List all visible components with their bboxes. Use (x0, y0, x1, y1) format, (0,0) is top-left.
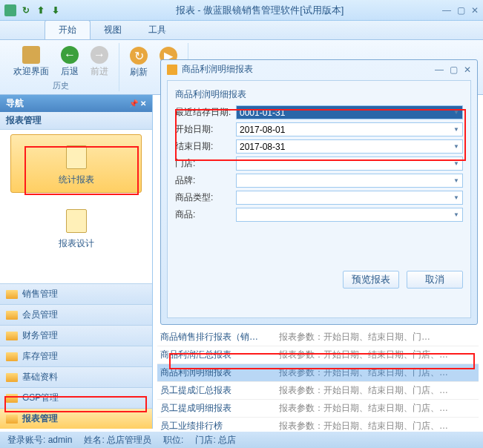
nav-folder-finance[interactable]: 财务管理 (0, 325, 152, 346)
folder-icon (6, 373, 18, 382)
maximize-button[interactable]: ▢ (457, 5, 465, 16)
minimize-button[interactable]: — (442, 5, 451, 16)
store-field[interactable]: ▼ (236, 157, 463, 171)
chevron-down-icon: ▼ (453, 177, 459, 184)
nav-folder-stock[interactable]: 库存管理 (0, 346, 152, 366)
tab-tools[interactable]: 工具 (135, 21, 180, 39)
dialog-title: 商品利润明细报表 (182, 63, 435, 76)
tab-view[interactable]: 视图 (91, 21, 135, 39)
folder-icon (6, 394, 18, 403)
nav-folder-sales[interactable]: 销售管理 (0, 283, 152, 304)
report-row[interactable]: 商品利润汇总报表报表参数：开始日期、结束日期、门店、… (157, 346, 479, 364)
dialog-product-profit-detail: 商品利润明细报表 — ▢ ✕ 商品利润明细报表 最近结存日期:0001-01-3… (160, 59, 478, 325)
nav-card-stat-report[interactable]: 统计报表 (10, 134, 142, 193)
folder-icon (6, 290, 18, 299)
home-icon (22, 46, 40, 64)
report-row[interactable]: 商品销售排行报表（销…报表参数：开始日期、结束日期、门… (157, 329, 479, 346)
folder-icon (6, 332, 18, 340)
pin-icon[interactable]: 📌 (129, 99, 138, 108)
folder-icon (6, 311, 18, 320)
end-date-field[interactable]: 2017-08-31▼ (236, 139, 463, 154)
nav-section: 报表管理 (0, 112, 152, 130)
app-icon (4, 4, 16, 16)
nav-folder-gsp[interactable]: GSP管理 (0, 387, 152, 408)
chevron-down-icon: ▼ (453, 160, 459, 167)
back-icon: ← (61, 46, 79, 64)
product-field[interactable]: ▼ (236, 208, 463, 222)
preview-button[interactable]: 预览报表 (343, 271, 399, 289)
ribbon-group-history: 历史 (53, 80, 69, 91)
qat-up-icon[interactable]: ⬆ (34, 4, 47, 17)
qat-refresh-icon[interactable]: ↻ (19, 4, 33, 17)
start-date-field[interactable]: 2017-08-01▼ (236, 122, 463, 136)
chevron-down-icon: ▼ (453, 143, 459, 150)
back-button[interactable]: ←后退 (55, 43, 85, 80)
forward-button: →前进 (85, 43, 114, 80)
nav-header: 导航 📌 ✕ (0, 95, 152, 112)
report-row[interactable]: 员工提成明细报表报表参数：开始日期、结束日期、门店、… (157, 400, 479, 418)
dialog-maximize-button[interactable]: ▢ (450, 65, 458, 75)
qat-down-icon[interactable]: ⬇ (49, 4, 62, 17)
report-row[interactable]: 商品利润明细报表报表参数：开始日期、结束日期、门店、… (157, 364, 479, 382)
report-icon (66, 145, 87, 169)
close-button[interactable]: ✕ (471, 5, 479, 16)
brand-field[interactable]: ▼ (236, 174, 463, 188)
forward-icon: → (91, 46, 108, 64)
category-field[interactable]: ▼ (236, 191, 463, 205)
window-title: 报表 - 傲蓝眼镜销售管理软件[试用版本] (77, 4, 442, 17)
tab-start[interactable]: 开始 (45, 20, 91, 39)
dialog-minimize-button[interactable]: — (435, 65, 444, 75)
fieldset-label: 商品利润明细报表 (175, 88, 463, 101)
cancel-button[interactable]: 取消 (407, 271, 463, 289)
recent-date-field[interactable]: 0001-01-31▼ (236, 105, 463, 119)
nav-close-icon[interactable]: ✕ (140, 99, 146, 108)
nav-folder-reports[interactable]: 报表管理 (0, 408, 152, 429)
report-row[interactable]: 员工提成汇总报表报表参数：开始日期、结束日期、门店、… (157, 382, 479, 400)
nav-folder-members[interactable]: 会员管理 (0, 304, 152, 325)
design-icon (66, 209, 87, 233)
nav-card-report-design[interactable]: 报表设计 (10, 199, 142, 256)
refresh-icon: ↻ (130, 47, 148, 65)
dialog-icon (167, 65, 177, 75)
folder-icon (6, 352, 18, 361)
folder-icon (6, 415, 18, 424)
chevron-down-icon: ▼ (453, 109, 459, 116)
nav-folder-basedata[interactable]: 基础资料 (0, 366, 152, 387)
dialog-close-button[interactable]: ✕ (464, 65, 471, 75)
welcome-button[interactable]: 欢迎界面 (7, 43, 55, 80)
chevron-down-icon: ▼ (453, 194, 459, 201)
chevron-down-icon: ▼ (453, 126, 459, 133)
statusbar: 登录账号: admin 姓名: 总店管理员 职位: 门店: 总店 (0, 432, 483, 448)
chevron-down-icon: ▼ (453, 211, 459, 218)
refresh-button[interactable]: ↻刷新 (124, 43, 154, 82)
